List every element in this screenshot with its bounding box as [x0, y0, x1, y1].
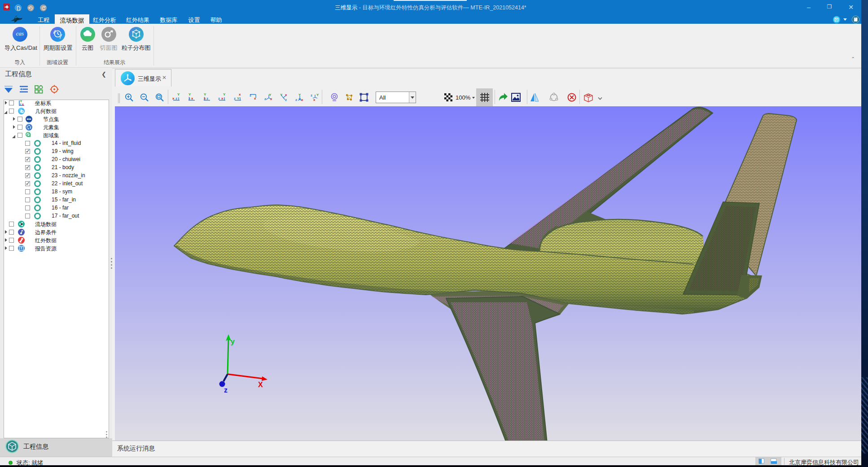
- svg-text:z: z: [175, 96, 177, 100]
- svg-text:x: x: [239, 92, 241, 96]
- svg-text:x: x: [172, 96, 175, 100]
- svg-text:z: z: [234, 96, 236, 100]
- svg-text:z: z: [20, 103, 22, 106]
- svg-text:Y: Y: [269, 93, 272, 97]
- svg-text:Y: Y: [223, 92, 226, 96]
- svg-text:Y: Y: [189, 92, 191, 96]
- svg-text:x: x: [301, 98, 303, 102]
- svg-text:x: x: [191, 96, 193, 100]
- svg-text:Y: Y: [204, 92, 206, 96]
- svg-text:X: X: [258, 381, 263, 388]
- svg-text:Y: Y: [316, 93, 319, 97]
- svg-text:z: z: [264, 97, 266, 101]
- svg-text:z: z: [250, 93, 251, 97]
- svg-text:x: x: [204, 96, 206, 100]
- svg-text:Y: Y: [177, 92, 180, 96]
- svg-text:x: x: [313, 98, 316, 102]
- svg-text:x: x: [22, 103, 24, 106]
- svg-text:y: y: [231, 338, 235, 345]
- svg-text:z: z: [218, 96, 220, 100]
- svg-text:x: x: [221, 96, 224, 100]
- svg-text:z: z: [206, 96, 208, 100]
- svg-text:z: z: [311, 93, 312, 97]
- svg-text:z: z: [295, 98, 297, 102]
- svg-text:Y: Y: [237, 96, 240, 100]
- svg-text:z: z: [224, 386, 228, 394]
- svg-text:z: z: [285, 98, 287, 102]
